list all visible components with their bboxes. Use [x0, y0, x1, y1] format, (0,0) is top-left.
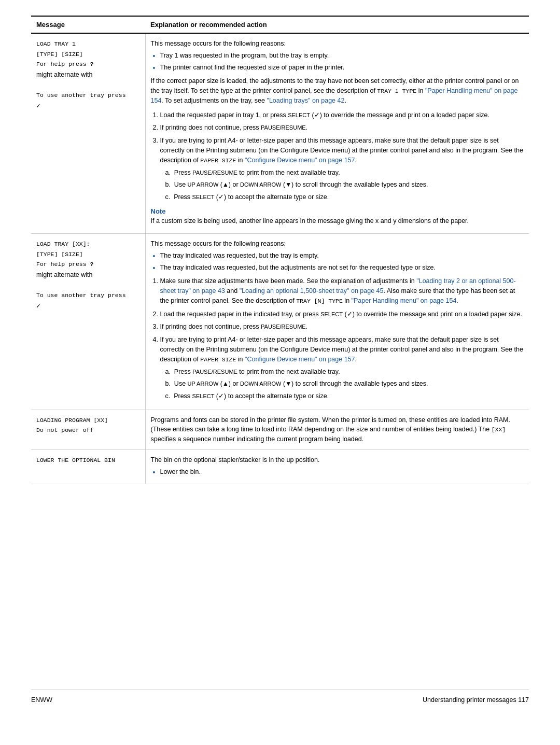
checkmark-symbol: ✓ — [36, 102, 40, 110]
note-label: Note — [151, 207, 166, 215]
table-row: LOAD TRAY 1[TYPE] [SIZE]For help press ?… — [31, 33, 529, 234]
checkmark-symbol: ✓ — [36, 302, 40, 310]
list-item: Load the requested paper in tray 1, or p… — [160, 110, 524, 120]
intro-text: This message occurs for the following re… — [151, 39, 524, 49]
list-item: If printing does not continue, press Pau… — [160, 123, 524, 133]
explanation-text: The bin on the optional stapler/stacker … — [151, 455, 524, 465]
table-row: LOAD TRAY [XX]:[TYPE] [SIZE]For help pre… — [31, 234, 529, 410]
message-tray-text: To use another tray press — [36, 292, 126, 299]
list-item: The tray indicated was requested, but th… — [151, 251, 524, 261]
list-item: If you are trying to print A4- or letter… — [160, 335, 524, 401]
message-alt-text: might alternate with — [36, 71, 92, 78]
list-item: b. Use Up Arrow (▲) or Down Arrow (▼) to… — [165, 379, 524, 389]
list-item: If you are trying to print A4- or letter… — [160, 136, 524, 202]
list-item: Tray 1 was requested in the program, but… — [151, 51, 524, 61]
col-message-header: Message — [31, 16, 145, 33]
list-item: a. Press Pause/Resume to print from the … — [165, 168, 524, 178]
action-list: Make sure that size adjustments have bee… — [160, 276, 524, 401]
message-cell: LOAD TRAY [XX]:[TYPE] [SIZE]For help pre… — [31, 234, 145, 410]
list-item: c. Press Select (✓) to accept the altern… — [165, 192, 524, 202]
explanation-cell: This message occurs for the following re… — [145, 33, 529, 234]
list-item: The tray indicated was requested, but th… — [151, 263, 524, 273]
note-box: Note If a custom size is being used, ano… — [151, 206, 524, 227]
link2[interactable]: "Loading trays" on page 42 — [267, 97, 344, 104]
list-item: a. Press Pause/Resume to print from the … — [165, 367, 524, 377]
note-text: If a custom size is being used, another … — [151, 216, 524, 226]
message-cell: LOAD TRAY 1[TYPE] [SIZE]For help press ?… — [31, 33, 145, 234]
message-cell: LOWER THE OPTIONAL BIN — [31, 449, 145, 484]
message-text-line: LOWER THE OPTIONAL BIN — [36, 457, 115, 463]
list-item: If printing does not continue, press Pau… — [160, 322, 524, 332]
explanation-cell: The bin on the optional stapler/stacker … — [145, 449, 529, 484]
message-cell: LOADING PROGRAM [XX] Do not power off — [31, 410, 145, 449]
message-text-line: LOAD TRAY 1[TYPE] [SIZE]For help press ? — [36, 40, 93, 67]
sub-action-list: a. Press Pause/Resume to print from the … — [165, 367, 524, 401]
message-text-line2: Do not power off — [36, 427, 93, 433]
list-item: Load the requested paper in the indicate… — [160, 309, 524, 319]
table-row: LOADING PROGRAM [XX] Do not power off Pr… — [31, 410, 529, 449]
action-list: Load the requested paper in tray 1, or p… — [160, 110, 524, 202]
footer-right: Understanding printer messages 117 — [423, 696, 529, 704]
message-text-line: LOADING PROGRAM [XX] — [36, 417, 108, 424]
table-row: LOWER THE OPTIONAL BIN The bin on the op… — [31, 449, 529, 484]
link7[interactable]: "Configure Device menu" on page 157 — [245, 356, 355, 363]
list-item: c. Press Select (✓) to accept the altern… — [165, 391, 524, 401]
list-item: Lower the bin. — [151, 467, 524, 477]
intro-text: This message occurs for the following re… — [151, 239, 524, 249]
message-alt-text: might alternate with — [36, 271, 92, 278]
main-table-wrapper: Message Explanation or recommended actio… — [31, 16, 529, 679]
link3[interactable]: "Configure Device menu" on page 157 — [245, 157, 355, 164]
link5[interactable]: "Loading an optional 1,500-sheet tray" o… — [240, 287, 384, 294]
list-item: b. Use Up Arrow (▲) or Down Arrow (▼) to… — [165, 180, 524, 190]
list-item: Make sure that size adjustments have bee… — [160, 276, 524, 305]
message-text-line: LOAD TRAY [XX]:[TYPE] [SIZE]For help pre… — [36, 241, 93, 268]
page: Message Explanation or recommended actio… — [0, 0, 560, 745]
footer-left: ENWW — [31, 696, 52, 704]
link6[interactable]: "Paper Handling menu" on page 154 — [352, 297, 457, 304]
action-list: Lower the bin. — [151, 467, 524, 477]
col-explanation-header: Explanation or recommended action — [145, 16, 529, 33]
sub-action-list: a. Press Pause/Resume to print from the … — [165, 168, 524, 202]
reason-list: The tray indicated was requested, but th… — [151, 251, 524, 273]
page-footer: ENWW Understanding printer messages 117 — [31, 690, 529, 704]
message-tray-text: To use another tray press — [36, 92, 126, 99]
extra-text: If the correct paper size is loaded, the… — [151, 76, 524, 105]
reason-list: Tray 1 was requested in the program, but… — [151, 51, 524, 73]
explanation-cell: This message occurs for the following re… — [145, 234, 529, 410]
explanation-text: Programs and fonts can be stored in the … — [151, 415, 524, 444]
explanation-cell: Programs and fonts can be stored in the … — [145, 410, 529, 449]
main-table: Message Explanation or recommended actio… — [31, 16, 529, 484]
list-item: The printer cannot find the requested si… — [151, 63, 524, 73]
